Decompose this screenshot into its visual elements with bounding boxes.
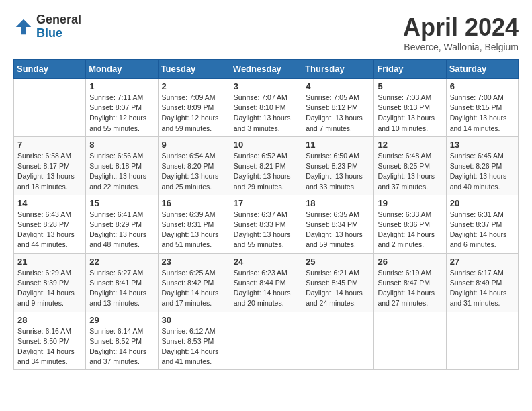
calendar-cell: 2Sunrise: 7:09 AM Sunset: 8:09 PM Daylig… (158, 79, 230, 137)
calendar-cell: 24Sunrise: 6:23 AM Sunset: 8:44 PM Dayli… (230, 253, 302, 312)
calendar-cell: 12Sunrise: 6:48 AM Sunset: 8:25 PM Dayli… (374, 136, 446, 195)
day-of-week-friday: Friday (374, 60, 446, 79)
calendar-cell: 18Sunrise: 6:35 AM Sunset: 8:34 PM Dayli… (302, 195, 374, 253)
calendar-cell: 22Sunrise: 6:27 AM Sunset: 8:41 PM Dayli… (86, 253, 158, 312)
day-number: 18 (306, 198, 370, 208)
day-detail: Sunrise: 6:31 AM Sunset: 8:37 PM Dayligh… (450, 210, 515, 250)
calendar-cell: 21Sunrise: 6:29 AM Sunset: 8:39 PM Dayli… (14, 253, 86, 312)
day-number: 21 (17, 257, 82, 267)
calendar-cell: 29Sunrise: 6:14 AM Sunset: 8:52 PM Dayli… (86, 312, 158, 370)
day-number: 28 (17, 315, 82, 325)
day-detail: Sunrise: 6:14 AM Sunset: 8:52 PM Dayligh… (89, 326, 154, 367)
days-of-week-row: SundayMondayTuesdayWednesdayThursdayFrid… (14, 60, 519, 79)
calendar-cell: 27Sunrise: 6:17 AM Sunset: 8:49 PM Dayli… (446, 253, 518, 312)
day-detail: Sunrise: 6:23 AM Sunset: 8:44 PM Dayligh… (234, 268, 298, 309)
svg-marker-0 (16, 19, 32, 35)
calendar-cell (230, 312, 302, 370)
calendar-cell (302, 312, 374, 370)
day-number: 9 (162, 140, 226, 150)
day-detail: Sunrise: 6:45 AM Sunset: 8:26 PM Dayligh… (450, 151, 515, 192)
calendar-cell: 17Sunrise: 6:37 AM Sunset: 8:33 PM Dayli… (230, 195, 302, 253)
calendar-cell: 7Sunrise: 6:58 AM Sunset: 8:17 PM Daylig… (14, 136, 86, 195)
day-number: 8 (89, 140, 154, 150)
calendar-week-2: 7Sunrise: 6:58 AM Sunset: 8:17 PM Daylig… (14, 136, 519, 195)
month-title: April 2024 (403, 13, 519, 42)
calendar-cell: 26Sunrise: 6:19 AM Sunset: 8:47 PM Dayli… (374, 253, 446, 312)
day-detail: Sunrise: 6:48 AM Sunset: 8:25 PM Dayligh… (378, 151, 442, 192)
calendar-cell: 25Sunrise: 6:21 AM Sunset: 8:45 PM Dayli… (302, 253, 374, 312)
calendar-cell: 28Sunrise: 6:16 AM Sunset: 8:50 PM Dayli… (14, 312, 86, 370)
day-of-week-saturday: Saturday (446, 60, 518, 79)
day-number: 25 (306, 257, 370, 267)
calendar-body: 1Sunrise: 7:11 AM Sunset: 8:07 PM Daylig… (14, 79, 519, 370)
calendar-cell (14, 79, 86, 137)
calendar-cell: 9Sunrise: 6:54 AM Sunset: 8:20 PM Daylig… (158, 136, 230, 195)
calendar-cell: 14Sunrise: 6:43 AM Sunset: 8:28 PM Dayli… (14, 195, 86, 253)
day-number: 2 (162, 81, 226, 91)
calendar-cell: 1Sunrise: 7:11 AM Sunset: 8:07 PM Daylig… (86, 79, 158, 137)
day-detail: Sunrise: 6:33 AM Sunset: 8:36 PM Dayligh… (378, 210, 442, 250)
day-detail: Sunrise: 7:07 AM Sunset: 8:10 PM Dayligh… (234, 93, 298, 134)
calendar-cell: 16Sunrise: 6:39 AM Sunset: 8:31 PM Dayli… (158, 195, 230, 253)
day-detail: Sunrise: 7:05 AM Sunset: 8:12 PM Dayligh… (306, 93, 370, 134)
day-detail: Sunrise: 6:35 AM Sunset: 8:34 PM Dayligh… (306, 210, 370, 250)
calendar-cell: 5Sunrise: 7:03 AM Sunset: 8:13 PM Daylig… (374, 79, 446, 137)
day-number: 7 (17, 140, 82, 150)
day-number: 13 (450, 140, 515, 150)
day-number: 10 (234, 140, 298, 150)
page-header: General Blue April 2024 Beverce, Walloni… (13, 13, 519, 52)
day-of-week-wednesday: Wednesday (230, 60, 302, 79)
day-detail: Sunrise: 7:09 AM Sunset: 8:09 PM Dayligh… (162, 93, 226, 134)
day-detail: Sunrise: 6:58 AM Sunset: 8:17 PM Dayligh… (17, 151, 82, 192)
day-detail: Sunrise: 6:39 AM Sunset: 8:31 PM Dayligh… (162, 210, 226, 250)
logo-text: General Blue (36, 13, 81, 40)
day-number: 29 (89, 315, 154, 325)
day-detail: Sunrise: 6:41 AM Sunset: 8:29 PM Dayligh… (89, 210, 154, 250)
day-detail: Sunrise: 6:27 AM Sunset: 8:41 PM Dayligh… (89, 268, 154, 309)
day-number: 23 (162, 257, 226, 267)
calendar-cell: 13Sunrise: 6:45 AM Sunset: 8:26 PM Dayli… (446, 136, 518, 195)
calendar-cell: 6Sunrise: 7:00 AM Sunset: 8:15 PM Daylig… (446, 79, 518, 137)
day-number: 6 (450, 81, 515, 91)
day-detail: Sunrise: 6:29 AM Sunset: 8:39 PM Dayligh… (17, 268, 82, 309)
day-of-week-monday: Monday (86, 60, 158, 79)
day-number: 26 (378, 257, 442, 267)
calendar-cell (446, 312, 518, 370)
logo-general: General (36, 13, 81, 27)
day-number: 19 (378, 198, 442, 208)
calendar-cell (374, 312, 446, 370)
day-number: 22 (89, 257, 154, 267)
day-number: 30 (162, 315, 226, 325)
calendar-cell: 10Sunrise: 6:52 AM Sunset: 8:21 PM Dayli… (230, 136, 302, 195)
day-number: 17 (234, 198, 298, 208)
calendar-cell: 15Sunrise: 6:41 AM Sunset: 8:29 PM Dayli… (86, 195, 158, 253)
day-of-week-sunday: Sunday (14, 60, 86, 79)
day-number: 20 (450, 198, 515, 208)
day-number: 11 (306, 140, 370, 150)
day-detail: Sunrise: 7:11 AM Sunset: 8:07 PM Dayligh… (89, 93, 154, 134)
day-detail: Sunrise: 6:56 AM Sunset: 8:18 PM Dayligh… (89, 151, 154, 192)
title-block: April 2024 Beverce, Wallonia, Belgium (403, 13, 519, 52)
day-detail: Sunrise: 6:50 AM Sunset: 8:23 PM Dayligh… (306, 151, 370, 192)
location-subtitle: Beverce, Wallonia, Belgium (403, 42, 519, 52)
day-detail: Sunrise: 6:12 AM Sunset: 8:53 PM Dayligh… (162, 326, 226, 367)
day-of-week-tuesday: Tuesday (158, 60, 230, 79)
day-number: 15 (89, 198, 154, 208)
calendar-week-1: 1Sunrise: 7:11 AM Sunset: 8:07 PM Daylig… (14, 79, 519, 137)
day-number: 24 (234, 257, 298, 267)
day-detail: Sunrise: 7:00 AM Sunset: 8:15 PM Dayligh… (450, 93, 515, 134)
calendar-cell: 11Sunrise: 6:50 AM Sunset: 8:23 PM Dayli… (302, 136, 374, 195)
day-detail: Sunrise: 6:43 AM Sunset: 8:28 PM Dayligh… (17, 210, 82, 250)
day-detail: Sunrise: 6:25 AM Sunset: 8:42 PM Dayligh… (162, 268, 226, 309)
day-detail: Sunrise: 6:21 AM Sunset: 8:45 PM Dayligh… (306, 268, 370, 309)
day-number: 3 (234, 81, 298, 91)
day-number: 27 (450, 257, 515, 267)
logo-icon (13, 17, 34, 37)
calendar-table: SundayMondayTuesdayWednesdayThursdayFrid… (13, 59, 519, 370)
calendar-cell: 3Sunrise: 7:07 AM Sunset: 8:10 PM Daylig… (230, 79, 302, 137)
day-number: 5 (378, 81, 442, 91)
calendar-cell: 19Sunrise: 6:33 AM Sunset: 8:36 PM Dayli… (374, 195, 446, 253)
day-of-week-thursday: Thursday (302, 60, 374, 79)
logo-blue: Blue (36, 27, 81, 40)
day-detail: Sunrise: 6:52 AM Sunset: 8:21 PM Dayligh… (234, 151, 298, 192)
